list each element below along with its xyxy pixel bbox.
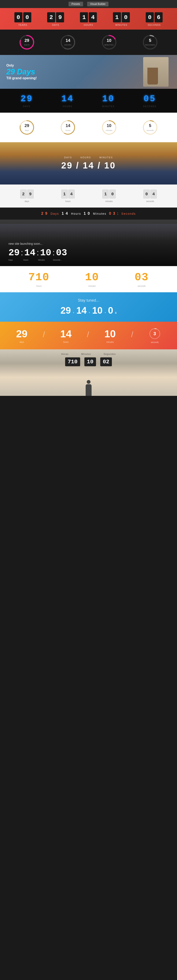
widget-9-labels: Days Hours Minutes Seconds...	[8, 259, 169, 261]
led-days-unit: 29 days	[21, 94, 33, 108]
w11-numbers: 29 . 14 . 10 . 0 4	[61, 305, 116, 316]
w6-hours-label: HOURS	[80, 156, 91, 159]
led2-hours-number: 710	[28, 271, 49, 284]
widget-9-numbers: 29 : 14 : 10 : 03	[8, 248, 169, 258]
seg-seconds-d1: 4	[150, 189, 157, 199]
hours-label: Hours	[84, 24, 93, 26]
ring-days-unit: 29 days	[18, 119, 35, 136]
w11-dot1: .	[73, 306, 75, 315]
seconds-circle-unit: 5 SECONDS	[142, 34, 159, 51]
days-digit-1: 9	[56, 12, 64, 22]
w13-horas-label: Horas	[61, 353, 69, 355]
seg-days-d1: 9	[27, 189, 33, 199]
w9-sep3: :	[53, 248, 54, 257]
w9-days-label: Days	[8, 259, 23, 261]
w13-person	[86, 380, 92, 396]
seg-days-d0: 2	[20, 189, 27, 199]
seg-days-unit: 2 9 days	[20, 189, 33, 202]
widget-countdown-9: new site launching soon... 29 : 14 : 10 …	[0, 220, 177, 266]
widget-13-labels: Horas Minutos Segundos	[61, 353, 116, 355]
seg-hours-unit: 1 4 hours	[61, 189, 75, 202]
widget-9-content: new site launching soon... 29 : 14 : 10 …	[0, 220, 177, 266]
ring-seconds-label: seconds	[147, 129, 154, 132]
widget-countdown-7: 2 9 days 1 4 hours 1 0 minutes 0 4 secon…	[0, 185, 177, 208]
w13-segundos-label: Segundos	[104, 353, 116, 355]
ring-days-label: days	[25, 129, 29, 132]
w12-slash1: /	[43, 330, 45, 339]
w11-fraction: 4	[115, 311, 116, 315]
ring-days-inner: 29 days	[24, 123, 29, 132]
ring-minutes-label: minutes	[106, 129, 113, 132]
ring-hours-number: 14	[65, 123, 70, 128]
widget-countdown-4: 29 days 14 hours 10 minutes 05 seconds	[0, 89, 177, 113]
minutes-unit: 1 0 Minutes	[113, 12, 130, 26]
w12-hours-number: 14	[60, 328, 72, 340]
widget-6-content: DAYS HOURS MINUTES 29 / 14 / 10	[0, 142, 177, 185]
ring-seconds-inner: 5 seconds	[147, 123, 154, 132]
w8-seconds-num: 0 3 :	[109, 212, 119, 216]
minutes-digit-1: 0	[122, 12, 130, 22]
led-minutes-unit: 10 minutes	[102, 94, 115, 108]
hours-circle-inner: 14 HOURS	[64, 38, 72, 46]
days-circle-inner: 29 DAYS	[24, 38, 30, 46]
visual-builder-button[interactable]: Visual Builder	[87, 2, 108, 6]
w11-fraction-num: 4	[115, 311, 116, 315]
ring-minutes-inner: 10 minutes	[106, 123, 113, 132]
seg-days-label: days	[25, 200, 29, 202]
led-minutes-label: minutes	[102, 105, 115, 108]
widget-countdown-3: Only 29 Days Till grand opening!	[0, 55, 177, 89]
person-body	[86, 384, 92, 396]
days-circle-label: DAYS	[24, 44, 30, 46]
hours-digit-1: 4	[89, 12, 97, 22]
w13-hours-box: 710	[65, 357, 80, 366]
seg-hours-d0: 1	[61, 189, 68, 199]
w9-days-num: 29	[8, 248, 20, 258]
seconds-unit: 0 6 Seconds	[146, 12, 163, 26]
w8-days-num: 2 9	[41, 212, 49, 216]
hours-circle-unit: 14 HOURS	[59, 34, 77, 51]
widget-countdown-1: 0 0 Years 2 9 Days 1 4 Hours 1 0 Minutes…	[0, 8, 177, 30]
w9-minutes-num: 10	[40, 248, 51, 258]
w9-seconds-num: 03	[56, 248, 67, 258]
w9-intro-text: new site launching soon...	[8, 242, 169, 245]
w11-dot3: .	[104, 306, 106, 315]
days-label: Days	[52, 24, 59, 26]
widget-countdown-6: DAYS HOURS MINUTES 29 / 14 / 10	[0, 142, 177, 185]
w6-days-label: DAYS	[64, 156, 72, 159]
w9-seconds-label: Seconds...	[53, 259, 68, 261]
ring-minutes-number: 10	[106, 123, 113, 128]
seg-hours-display: 1 4	[61, 189, 75, 199]
led-seconds-unit: 05 seconds	[143, 94, 156, 108]
led-hours-number: 14	[61, 94, 73, 104]
seg-minutes-d0: 1	[102, 189, 109, 199]
led2-seconds-number: 03	[134, 271, 148, 284]
years-digit-1: 0	[23, 12, 31, 22]
minutes-digits: 1 0	[113, 12, 130, 22]
w9-minutes-label: Minutes	[38, 259, 53, 261]
w11-days-num: 29	[61, 305, 71, 316]
w12-hours-unit: 14 hours	[60, 328, 72, 343]
seg-minutes-d1: 0	[109, 189, 116, 199]
led2-seconds-label: seconds	[138, 285, 145, 287]
led-days-number: 29	[21, 94, 33, 104]
led2-hours-label: hours	[36, 285, 41, 287]
presets-button[interactable]: Presets	[69, 2, 83, 6]
w11-hours-num: 14	[77, 305, 87, 316]
w9-hours-label: Hours	[23, 259, 38, 261]
widget-3-content: Only 29 Days Till grand opening!	[0, 55, 177, 89]
widget-countdown-11: Stay tuned... 29 . 14 . 10 . 0 4	[0, 292, 177, 322]
seconds-circle-label: SECONDS	[145, 44, 155, 46]
seg-hours-label: hours	[65, 200, 71, 202]
only-text: Only	[6, 64, 171, 67]
led-hours-unit: 14 hours	[61, 94, 73, 108]
w12-slash2: /	[87, 330, 89, 339]
w6-minutes-label: MINUTES	[99, 156, 113, 159]
minutes-digit-0: 1	[113, 12, 121, 22]
w9-sep1: :	[21, 248, 23, 257]
years-digit-0: 0	[14, 12, 22, 22]
w12-minutes-unit: 10 minutes	[104, 328, 116, 343]
hours-unit: 1 4 Hours	[80, 12, 97, 26]
w11-stay-text: Stay tuned...	[78, 298, 99, 303]
led-days-label: days	[23, 105, 30, 108]
widget-countdown-5: 29 days 14 hours 10 minutes 5	[0, 113, 177, 142]
